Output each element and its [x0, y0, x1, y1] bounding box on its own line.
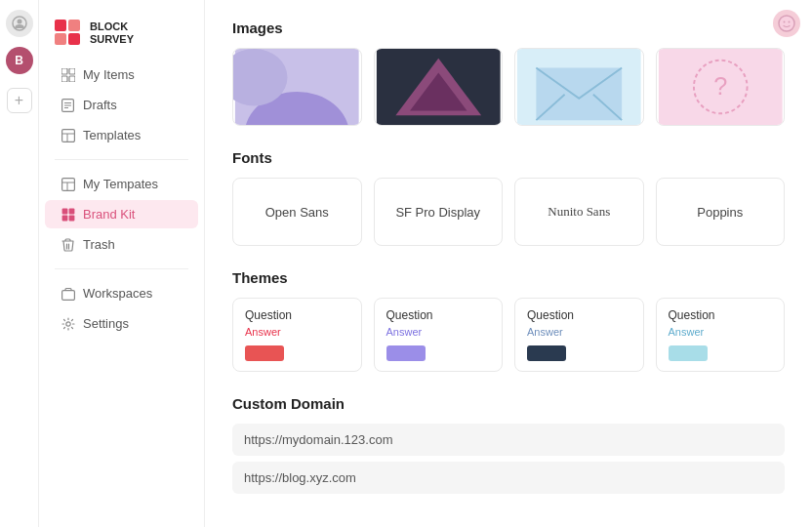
image-card-1[interactable] — [232, 48, 362, 126]
sidebar-divider-1 — [55, 159, 188, 160]
fonts-title: Fonts — [232, 149, 785, 166]
font-card-sf-pro[interactable]: SF Pro Display — [374, 178, 504, 246]
image-card-4[interactable]: ? — [656, 48, 786, 126]
left-rail: B + — [0, 0, 39, 527]
theme-card-1[interactable]: Question Answer — [232, 298, 362, 372]
images-section: Images — [232, 20, 785, 126]
domain-list: https://mydomain.123.com https://blog.xy… — [232, 424, 785, 494]
sidebar-item-my-items[interactable]: My Items — [45, 61, 198, 89]
sidebar-item-label: Trash — [83, 237, 115, 252]
themes-title: Themes — [232, 269, 785, 286]
sidebar-item-label: Drafts — [83, 98, 117, 112]
svg-rect-23 — [68, 215, 74, 221]
brand-icon — [61, 207, 75, 222]
theme-swatch — [527, 345, 566, 361]
theme-grid: Question Answer Question Answer Question… — [232, 298, 785, 372]
svg-rect-2 — [55, 20, 66, 31]
logo: BLOCK SURVEY — [39, 14, 204, 59]
top-right-area — [773, 10, 800, 37]
sidebar-item-label: Workspaces — [83, 286, 152, 301]
svg-point-39 — [779, 16, 794, 31]
theme-question: Question — [386, 308, 491, 322]
svg-point-25 — [65, 321, 69, 325]
themes-section: Themes Question Answer Question Answer Q… — [232, 269, 785, 372]
fonts-section: Fonts Open Sans SF Pro Display Nunito Sa… — [232, 149, 785, 246]
app-name-line1: BLOCK — [90, 20, 134, 33]
font-card-nunito[interactable]: Nunito Sans — [514, 178, 644, 246]
grid-icon — [61, 67, 75, 82]
image-grid: ? — [232, 48, 785, 126]
theme-card-4[interactable]: Question Answer — [656, 298, 786, 372]
sidebar-item-trash[interactable]: Trash — [45, 230, 198, 259]
top-right-avatar[interactable] — [773, 10, 800, 37]
svg-rect-6 — [61, 68, 67, 74]
sidebar-item-settings[interactable]: Settings — [45, 309, 198, 338]
font-label: Poppins — [697, 205, 743, 220]
theme-card-3[interactable]: Question Answer — [514, 298, 644, 372]
svg-rect-5 — [68, 33, 80, 45]
svg-rect-7 — [69, 68, 75, 74]
trash-icon — [61, 237, 75, 252]
theme-question: Question — [669, 308, 773, 322]
file-icon — [61, 98, 75, 112]
svg-text:?: ? — [713, 72, 727, 100]
svg-point-41 — [789, 21, 791, 23]
images-title: Images — [232, 20, 785, 36]
theme-answer: Answer — [669, 326, 773, 338]
custom-domain-title: Custom Domain — [232, 395, 785, 412]
template2-icon — [61, 177, 75, 191]
workspace-icon — [61, 286, 75, 301]
theme-swatch — [386, 345, 426, 361]
svg-rect-33 — [536, 68, 622, 121]
app-icon — [6, 10, 33, 37]
sidebar-item-label: My Items — [83, 67, 135, 82]
image-card-2[interactable] — [374, 48, 504, 126]
sidebar: BLOCK SURVEY My Items Drafts Templates — [39, 0, 205, 527]
svg-rect-21 — [68, 208, 74, 214]
sidebar-item-label: My Tempates — [83, 177, 158, 191]
domain-item-2[interactable]: https://blog.xyz.com — [232, 462, 785, 494]
domain-item-1[interactable]: https://mydomain.123.com — [232, 424, 785, 456]
font-grid: Open Sans SF Pro Display Nunito Sans Pop… — [232, 178, 785, 246]
font-label: Nunito Sans — [548, 204, 610, 220]
theme-question: Question — [527, 308, 631, 322]
add-button[interactable]: + — [7, 88, 32, 113]
image-card-3[interactable] — [514, 48, 644, 126]
sidebar-item-workspaces[interactable]: Workspaces — [45, 279, 198, 307]
svg-rect-14 — [61, 129, 74, 142]
template-icon — [61, 128, 75, 142]
theme-answer: Answer — [245, 326, 349, 338]
sidebar-item-drafts[interactable]: Drafts — [45, 91, 198, 119]
sidebar-item-my-templates[interactable]: My Tempates — [45, 170, 198, 198]
theme-question: Question — [245, 308, 349, 322]
svg-rect-24 — [61, 290, 74, 300]
user-avatar[interactable]: B — [6, 47, 33, 74]
svg-rect-9 — [69, 76, 75, 82]
theme-answer: Answer — [527, 326, 631, 338]
main-content: Images — [205, 0, 812, 527]
font-label: Open Sans — [265, 205, 329, 220]
theme-card-2[interactable]: Question Answer — [374, 298, 504, 372]
sidebar-item-label: Settings — [83, 316, 129, 331]
svg-rect-17 — [61, 178, 74, 190]
font-card-poppins[interactable]: Poppins — [656, 178, 786, 246]
sidebar-item-label: Brand Kit — [83, 207, 135, 222]
svg-rect-4 — [55, 33, 66, 45]
gear-icon — [61, 316, 75, 331]
svg-rect-8 — [61, 76, 67, 82]
sidebar-divider-2 — [55, 268, 188, 269]
font-card-open-sans[interactable]: Open Sans — [232, 178, 362, 246]
sidebar-item-brand-kit[interactable]: Brand Kit — [45, 200, 198, 228]
user-smile-icon — [778, 15, 795, 32]
theme-swatch — [669, 345, 708, 361]
app-name-line2: SURVEY — [90, 33, 134, 46]
svg-point-1 — [17, 20, 21, 24]
svg-rect-20 — [61, 208, 67, 214]
svg-point-40 — [784, 21, 786, 23]
sidebar-item-label: Templates — [83, 128, 141, 142]
theme-answer: Answer — [386, 326, 491, 338]
font-label: SF Pro Display — [395, 205, 480, 220]
sidebar-item-templates[interactable]: Templates — [45, 121, 198, 149]
svg-rect-3 — [68, 20, 80, 31]
svg-rect-22 — [61, 215, 67, 221]
